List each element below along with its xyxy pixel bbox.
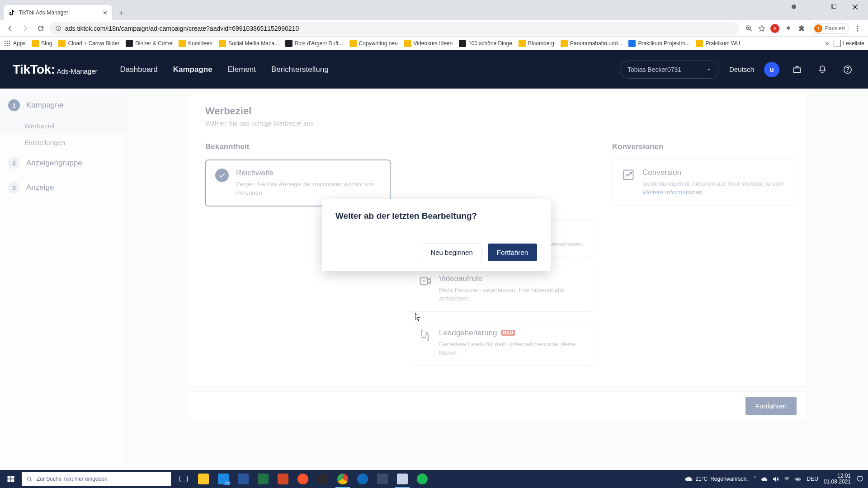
bookmark-overflow-icon[interactable]: »	[825, 39, 829, 47]
bookmark-item[interactable]: Praktikum Projektm...	[628, 40, 689, 47]
svg-rect-26	[11, 476, 14, 479]
briefcase-icon[interactable]	[789, 62, 805, 77]
nav-campaign[interactable]: Kampagne	[173, 62, 212, 77]
maximize-button[interactable]	[824, 0, 844, 14]
bookmark-item[interactable]: Kursideen	[179, 40, 212, 47]
bookmark-item[interactable]: Social Media Mana...	[219, 40, 279, 47]
svg-point-10	[5, 41, 6, 42]
resume-modal: Weiter ab der letzten Bearbeitung? Neu b…	[322, 199, 551, 271]
forward-button[interactable]	[19, 22, 32, 35]
battery-icon[interactable]	[795, 476, 802, 483]
bookmark-item[interactable]: Bloomberg	[519, 40, 554, 47]
nav-dashboard[interactable]: Dashboard	[120, 62, 158, 77]
bookmark-item[interactable]: Videokurs Ideen	[404, 40, 453, 47]
task-view-icon[interactable]	[175, 470, 193, 488]
account-dropdown[interactable]: Tobias Becker0731	[620, 61, 719, 79]
main-area: 1 Kampagne Werbeziel Einstellungen 2 Anz…	[0, 89, 868, 470]
svg-rect-25	[8, 476, 11, 479]
bookmarks-bar: Apps Blog Cload + Canva Bilder Dinner & …	[0, 37, 868, 50]
app-explorer[interactable]	[194, 470, 212, 488]
modal-new-button[interactable]: Neu beginnen	[422, 244, 481, 261]
bookmark-item[interactable]: Praktikum WU	[696, 40, 740, 47]
nav-reporting[interactable]: Berichterstellung	[271, 62, 329, 77]
taskbar-apps: 23	[175, 470, 431, 488]
bookmark-item[interactable]: Dinner & Crime	[126, 40, 172, 47]
bookmark-item[interactable]: Panoramabahn und...	[561, 40, 622, 47]
bookmark-item[interactable]: Blog	[32, 40, 52, 47]
apps-shortcut[interactable]: Apps	[4, 40, 25, 47]
app-word[interactable]	[234, 470, 252, 488]
brand-logo[interactable]: TikTok: Ads-Manager	[13, 62, 98, 77]
star-icon[interactable]	[758, 24, 766, 33]
browser-toolbar: ads.tiktok.com/i18n/campaign/ad-campaign…	[0, 20, 868, 37]
cloud-icon	[684, 475, 693, 483]
bell-icon[interactable]	[815, 62, 830, 77]
modal-overlay[interactable]	[0, 89, 868, 470]
notifications-icon[interactable]	[856, 475, 863, 483]
clock[interactable]: 12:01 01.08.2021	[824, 473, 851, 485]
bookmark-item[interactable]: Bois d'Argent Duft...	[285, 40, 343, 47]
brand-sub: Ads-Manager	[57, 67, 97, 75]
svg-point-9	[857, 30, 859, 31]
app-obs[interactable]	[314, 470, 332, 488]
taskbar-search[interactable]: Zur Suche Text hier eingeben	[22, 472, 171, 486]
paused-label: Pausiert	[825, 25, 845, 32]
tray-chevron-up-icon[interactable]: ˄	[754, 476, 756, 482]
user-avatar[interactable]: u	[764, 62, 779, 77]
wifi-icon[interactable]	[783, 476, 790, 483]
profile-paused-chip[interactable]: T Pausiert	[810, 23, 849, 34]
chevron-down-icon	[706, 67, 712, 72]
app-chrome[interactable]	[334, 470, 352, 488]
svg-rect-0	[810, 7, 815, 7]
volume-icon[interactable]	[772, 476, 779, 483]
reload-button[interactable]	[34, 22, 47, 35]
svg-point-20	[847, 71, 848, 72]
app-header: TikTok: Ads-Manager Dashboard Kampagne E…	[0, 50, 868, 89]
bookmark-item[interactable]: Cload + Canva Bilder	[58, 40, 119, 47]
app-powerpoint[interactable]	[274, 470, 292, 488]
input-lang[interactable]: DEU	[807, 476, 818, 482]
search-icon	[26, 476, 33, 483]
site-info-icon	[55, 25, 61, 32]
onedrive-icon[interactable]	[761, 476, 768, 483]
extension-adblock-icon[interactable]: A	[770, 24, 779, 33]
bookmark-item[interactable]: Copywriting neu	[349, 40, 398, 47]
help-icon[interactable]	[840, 62, 855, 77]
search-placeholder: Zur Suche Text hier eingeben	[37, 476, 108, 482]
bookmark-item[interactable]: 100 schöne Dinge	[459, 40, 512, 47]
toolbar-actions: A ✱ T Pausiert	[742, 23, 864, 34]
url-text: ads.tiktok.com/i18n/campaign/ad-campaign…	[65, 25, 299, 32]
app-mail[interactable]: 23	[214, 470, 232, 488]
close-window-button[interactable]	[845, 0, 865, 14]
account-name: Tobias Becker0731	[627, 66, 681, 73]
extensions-icon[interactable]	[797, 24, 806, 33]
close-tab-icon[interactable]: ✕	[103, 9, 108, 16]
app-edge[interactable]	[354, 470, 372, 488]
zoom-icon[interactable]	[745, 24, 753, 33]
svg-point-16	[5, 45, 6, 46]
svg-rect-27	[8, 479, 11, 482]
svg-rect-28	[11, 479, 14, 482]
svg-rect-5	[58, 27, 58, 27]
start-button[interactable]	[0, 470, 22, 488]
app-excel[interactable]	[254, 470, 272, 488]
svg-point-7	[857, 25, 859, 27]
extension-icon[interactable]: ✱	[784, 24, 793, 33]
address-bar[interactable]: ads.tiktok.com/i18n/campaign/ad-campaign…	[50, 22, 740, 35]
app-spotify[interactable]	[413, 470, 431, 488]
app-generic-2[interactable]	[393, 470, 411, 488]
menu-icon[interactable]	[854, 24, 862, 33]
modal-continue-button[interactable]: Fortfahren	[488, 244, 537, 261]
svg-rect-33	[796, 479, 800, 480]
account-indicator-icon[interactable]	[792, 5, 796, 9]
back-button[interactable]	[4, 22, 16, 35]
language-switch[interactable]: Deutsch	[729, 66, 754, 73]
app-brave[interactable]	[294, 470, 312, 488]
browser-tab[interactable]: TikTok Ads-Manager ✕	[4, 5, 112, 20]
app-generic-1[interactable]	[373, 470, 392, 488]
minimize-button[interactable]	[802, 0, 823, 14]
nav-element[interactable]: Element	[228, 62, 256, 77]
weather-widget[interactable]: 21°C Regenwahrsch.	[684, 475, 748, 483]
reading-list-button[interactable]: Leseliste	[834, 40, 864, 47]
new-tab-button[interactable]: +	[115, 7, 127, 19]
